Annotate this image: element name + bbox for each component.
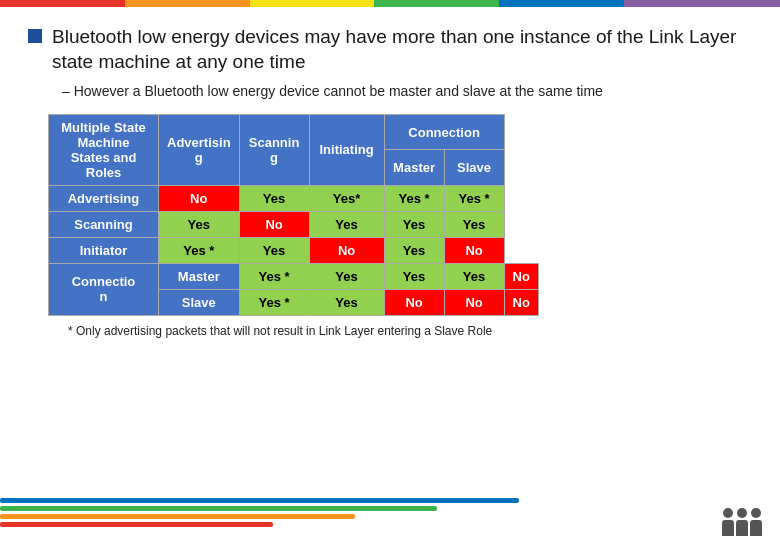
bottom-lines <box>0 498 546 540</box>
cell-scan-init: Yes <box>309 211 384 237</box>
cell-adv-slave: Yes * <box>444 185 504 211</box>
bottom-line-4 <box>0 522 273 527</box>
table-row: Initiator Yes * Yes No Yes No <box>49 237 539 263</box>
table-row: Advertising No Yes Yes* Yes * Yes * <box>49 185 539 211</box>
cell-conn-slave-init: No <box>384 289 444 315</box>
bottom-person-icons <box>722 498 762 536</box>
person-icon-3 <box>750 508 762 536</box>
cell-conn-master-master: Yes <box>444 263 504 289</box>
th-scanning: Scanning <box>239 114 309 185</box>
bullet-square-icon <box>28 29 42 43</box>
main-content: Bluetooth low energy devices may have mo… <box>0 7 780 348</box>
cell-adv-master: Yes * <box>384 185 444 211</box>
th-advertising: Advertising <box>159 114 240 185</box>
main-bullet-text: Bluetooth low energy devices may have mo… <box>52 25 752 74</box>
th-states-roles: Multiple StateMachine States andRoles <box>49 114 159 185</box>
cell-conn-slave-slave: No <box>504 289 538 315</box>
cell-adv-init: Yes* <box>309 185 384 211</box>
cell-scan-master: Yes <box>384 211 444 237</box>
cell-scan-adv: Yes <box>159 211 240 237</box>
cell-conn-master-init: Yes <box>384 263 444 289</box>
row-label-scanning: Scanning <box>49 211 159 237</box>
row-label-slave: Slave <box>159 289 240 315</box>
cell-init-scan: Yes <box>239 237 309 263</box>
table-row: Connection Master Yes * Yes Yes Yes No <box>49 263 539 289</box>
cell-conn-master-scan: Yes <box>309 263 384 289</box>
cell-conn-slave-scan: Yes <box>309 289 384 315</box>
cell-adv-adv: No <box>159 185 240 211</box>
footnote-text: * Only advertising packets that will not… <box>68 324 752 338</box>
th-master: Master <box>384 150 444 186</box>
th-initiating: Initiating <box>309 114 384 185</box>
bottom-line-2 <box>0 506 437 511</box>
row-label-initiator: Initiator <box>49 237 159 263</box>
bottom-line-1 <box>0 498 519 503</box>
states-table: Multiple StateMachine States andRoles Ad… <box>48 114 539 316</box>
cell-conn-master-slave: No <box>504 263 538 289</box>
cell-conn-slave-adv: Yes * <box>239 289 309 315</box>
cell-init-init: No <box>309 237 384 263</box>
cell-scan-scan: No <box>239 211 309 237</box>
cell-conn-master-adv: Yes * <box>239 263 309 289</box>
row-label-master: Master <box>159 263 240 289</box>
th-connection: Connection <box>384 114 504 150</box>
cell-scan-slave: Yes <box>444 211 504 237</box>
cell-init-adv: Yes * <box>159 237 240 263</box>
bottom-decoration <box>0 498 780 540</box>
row-label-advertising: Advertising <box>49 185 159 211</box>
table-wrapper: Multiple StateMachine States andRoles Ad… <box>48 114 752 338</box>
bottom-line-3 <box>0 514 355 519</box>
cell-conn-slave-master: No <box>444 289 504 315</box>
th-slave: Slave <box>444 150 504 186</box>
cell-init-slave: No <box>444 237 504 263</box>
person-icon-1 <box>722 508 734 536</box>
top-rainbow-bar <box>0 0 780 7</box>
row-label-connection: Connection <box>49 263 159 315</box>
person-icon-2 <box>736 508 748 536</box>
cell-adv-scan: Yes <box>239 185 309 211</box>
cell-init-master: Yes <box>384 237 444 263</box>
sub-bullet-text: However a Bluetooth low energy device ca… <box>62 82 752 102</box>
bullet-section: Bluetooth low energy devices may have mo… <box>28 25 752 74</box>
table-row: Scanning Yes No Yes Yes Yes <box>49 211 539 237</box>
